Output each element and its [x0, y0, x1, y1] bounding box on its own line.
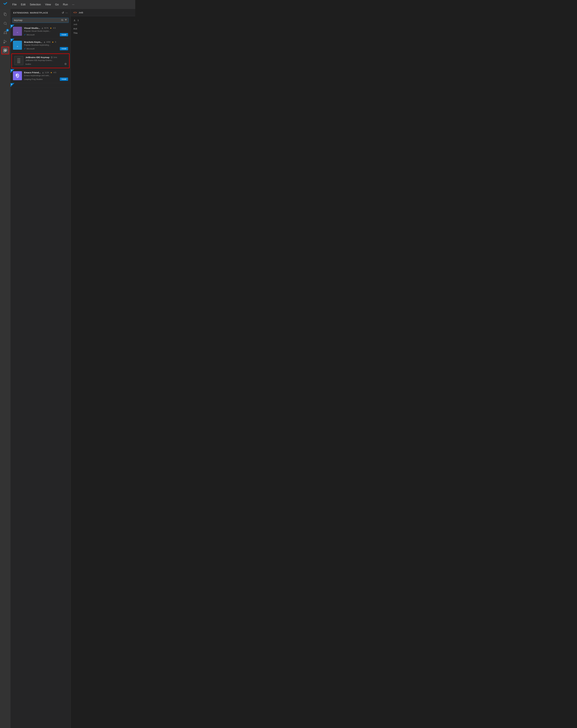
extension-item-emacs[interactable]: Emacs Friend... 112K ★ 4.5 Emacs keybind…	[10, 69, 71, 83]
featured-star-brackets	[10, 38, 15, 43]
vs-install-button[interactable]: Install	[60, 33, 68, 36]
right-panel: <> JetB 1 JetB Acti This	[71, 9, 135, 728]
search-box	[12, 18, 69, 23]
emacs-publisher: Leaping Frog Studios	[24, 78, 43, 80]
vs-download-icon: 557K	[41, 27, 49, 29]
code-icon: <>	[73, 11, 77, 14]
run-debug-icon[interactable]	[1, 37, 9, 45]
more-options-icon[interactable]: ···	[66, 11, 68, 15]
svg-rect-21	[44, 43, 45, 43]
main-layout: 4 EXTENSIONS: MARKETPLACE ↺ ··	[0, 9, 135, 728]
menu-more[interactable]: ···	[72, 3, 74, 6]
svg-point-4	[4, 33, 5, 34]
emacs-star: ★	[50, 71, 52, 74]
right-panel-downloads: 1	[73, 19, 132, 22]
clear-search-icon[interactable]	[61, 19, 64, 22]
vs-rating: 4.5	[53, 27, 56, 29]
refresh-icon[interactable]: ↺	[62, 11, 64, 15]
menu-view[interactable]: View	[45, 3, 51, 6]
svg-rect-16	[61, 20, 62, 20]
emacs-description: Emacs keybindings and sele...	[24, 74, 68, 77]
extension-item-jetbrains[interactable]: JetBrains IDE Keymap 1ms JetBrains IDE K…	[11, 53, 70, 68]
svg-point-2	[4, 22, 6, 24]
extension-list: Visual Studio... 557K ★ 4.5 Popular Visu…	[10, 25, 71, 728]
jetbrains-keymap-name: JetBrains IDE Keymap	[25, 56, 49, 59]
svg-rect-15	[61, 19, 63, 20]
brackets-description: Popular Brackets keybinding...	[24, 44, 68, 46]
sidebar-title: EXTENSIONS: MARKETPLACE	[13, 11, 48, 14]
search-input[interactable]	[14, 19, 60, 22]
featured-star-emacs	[10, 69, 15, 73]
right-panel-action: Acti	[73, 27, 132, 30]
menu-selection[interactable]: Selection	[30, 3, 41, 6]
emacs-install-button[interactable]: Install	[60, 78, 68, 81]
featured-star-more	[10, 83, 15, 87]
source-control-icon[interactable]: 4	[1, 29, 9, 36]
jetbrains-time: 1ms	[51, 56, 57, 58]
svg-rect-12	[4, 51, 5, 52]
menu-file[interactable]: File	[12, 3, 17, 6]
vs-keymap-name: Visual Studio...	[24, 27, 40, 29]
emacs-info: Emacs Friend... 112K ★ 4.5 Emacs keybind…	[24, 71, 68, 81]
extensions-icon[interactable]	[1, 47, 9, 54]
source-control-badge: 4	[6, 29, 9, 31]
menu-edit[interactable]: Edit	[21, 3, 26, 6]
brackets-rating: 5	[55, 41, 56, 43]
brackets-publisher: ✔ Microsoft	[24, 48, 34, 50]
svg-rect-14	[6, 50, 7, 51]
activity-bar: 4	[0, 9, 10, 728]
search-icons	[61, 19, 67, 22]
svg-rect-10	[4, 49, 5, 50]
sidebar-header: EXTENSIONS: MARKETPLACE ↺ ···	[10, 9, 71, 17]
right-panel-header: <> JetB	[71, 9, 135, 16]
emacs-name: Emacs Friend...	[24, 71, 41, 74]
extensions-sidebar: EXTENSIONS: MARKETPLACE ↺ ···	[10, 9, 71, 728]
search-container	[10, 17, 71, 25]
jetbrains-gear-icon[interactable]: ⚙	[64, 62, 67, 66]
jetbrains-publisher: isudox	[25, 63, 31, 65]
svg-line-3	[6, 24, 7, 25]
titlebar: File Edit Selection View Go Run ···	[0, 0, 135, 9]
menu-go[interactable]: Go	[55, 3, 59, 6]
brackets-keymap-info: Brackets Keym... 165K ★ 5 Popular Bracke…	[24, 41, 68, 50]
filter-icon[interactable]	[65, 19, 67, 22]
vscode-logo	[3, 1, 8, 7]
extension-item-more[interactable]	[10, 83, 71, 87]
emacs-rating: 4.5	[53, 71, 56, 74]
vs-publisher: ✔ Microsoft	[24, 33, 34, 36]
svg-point-6	[6, 33, 7, 34]
brackets-keymap-name: Brackets Keym...	[24, 41, 42, 43]
jetbrains-description: JetBrains IDE Keymap Extens...	[25, 59, 67, 61]
files-icon[interactable]	[1, 10, 9, 18]
jetbrains-keymap-icon	[14, 56, 23, 65]
menu-bar: File Edit Selection View Go Run ···	[12, 3, 74, 6]
brackets-download: 165K	[44, 41, 51, 43]
featured-star-vs	[10, 25, 15, 29]
vs-keymap-info: Visual Studio... 557K ★ 4.5 Popular Visu…	[24, 27, 68, 36]
svg-rect-1	[5, 14, 6, 16]
right-panel-content: 1 JetB Acti This	[71, 16, 135, 39]
vs-star-icon: ★	[50, 27, 52, 29]
right-panel-ext-name: JetB	[79, 11, 83, 14]
brackets-star: ★	[52, 41, 54, 43]
right-panel-publisher: JetB	[73, 23, 132, 26]
sidebar-actions: ↺ ···	[62, 11, 68, 15]
menu-run[interactable]: Run	[63, 3, 68, 6]
search-icon[interactable]	[1, 20, 9, 27]
brackets-install-button[interactable]: Install	[60, 47, 68, 50]
vs-description: Popular Visual Studio keybin...	[24, 30, 68, 32]
extension-item-brackets[interactable]: Brackets Keym... 165K ★ 5 Popular Bracke…	[10, 38, 71, 53]
svg-rect-25	[74, 21, 75, 21]
emacs-download: 112K	[42, 71, 49, 74]
jetbrains-keymap-info: JetBrains IDE Keymap 1ms JetBrains IDE K…	[25, 56, 67, 66]
right-panel-description: This	[73, 32, 132, 34]
extension-item-visual-studio[interactable]: Visual Studio... 557K ★ 4.5 Popular Visu…	[10, 25, 71, 38]
